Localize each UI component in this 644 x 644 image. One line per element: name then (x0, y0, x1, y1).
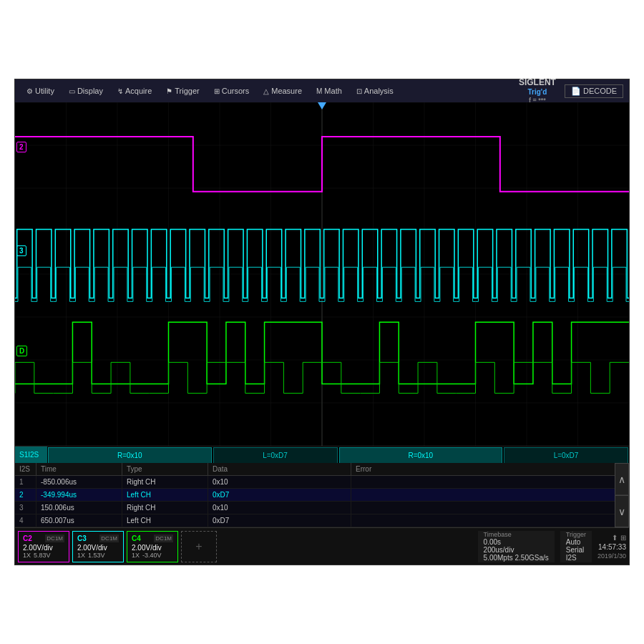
table-row[interactable]: 1 -850.006us Right CH 0x10 (15, 476, 629, 489)
trigger-arrow (318, 102, 326, 109)
row4-type: Left CH (122, 514, 208, 527)
acquire-menu[interactable]: ↯ Acquire (112, 85, 157, 97)
table-header: I2S Time Type Data Error (15, 463, 629, 476)
row1-type: Right CH (122, 476, 208, 488)
decode-segments: R=0x10 L=0xD7 R=0x10 L=0xD7 (47, 447, 629, 463)
usb-icon: ⬆ (612, 534, 618, 542)
ch3-marker: 3 (16, 245, 26, 256)
row4-data: 0xD7 (208, 514, 351, 527)
display-icon: ▭ (69, 87, 75, 95)
ch4-value: -3.40V (142, 552, 162, 559)
clock-date: 2019/1/30 (597, 552, 626, 560)
utility-menu[interactable]: ⚙ Utility (21, 85, 60, 97)
brand-logo: SIGLENT Trig'd f = *** (519, 77, 556, 104)
cursors-icon: ⊞ (214, 87, 220, 95)
row3-index: 3 (15, 502, 36, 514)
col-error: Error (351, 463, 629, 475)
ch4-status[interactable]: C4 DC1M 2.00V/div 1X -3.40V (127, 531, 178, 562)
menu-bar: ⚙ Utility ▭ Display ↯ Acquire ⚑ Trigger … (15, 79, 629, 102)
timebase-label: Timebase (484, 531, 549, 538)
trigger-protocol: I2S (566, 554, 586, 562)
timebase-delay: 0.00s (484, 538, 549, 546)
table-row[interactable]: 2 -349.994us Left CH 0xD7 (15, 489, 629, 502)
row2-error (351, 489, 629, 501)
col-type: Type (122, 463, 208, 475)
waveform-area: 2 3 D (15, 102, 629, 446)
row3-time: 150.006us (36, 502, 122, 514)
row2-time: -349.994us (36, 489, 122, 501)
math-menu[interactable]: M Math (311, 85, 348, 97)
col-time: Time (36, 463, 122, 475)
trigger-icon: ⚑ (166, 87, 172, 95)
trigger-mode: Auto (566, 538, 586, 546)
measure-menu[interactable]: △ Measure (258, 85, 308, 97)
ch3-probe: 1X (77, 552, 85, 559)
row1-time: -850.006us (36, 476, 122, 488)
trigger-menu[interactable]: ⚑ Trigger (160, 85, 205, 97)
ch4-label: C4 (132, 535, 141, 542)
ch3-volts: 2.00V/div (77, 544, 119, 552)
ch2-probe: 1X (23, 552, 31, 559)
ch3-coupling: DC1M (99, 535, 119, 542)
ch2-volts: 2.00V/div (23, 544, 64, 552)
row1-error (351, 476, 629, 488)
row3-type: Right CH (122, 502, 208, 514)
cursors-menu[interactable]: ⊞ Cursors (208, 85, 255, 97)
scroll-up-button[interactable]: ∧ (615, 463, 629, 495)
col-index: I2S (15, 463, 36, 475)
table-row[interactable]: 4 650.007us Left CH 0xD7 (15, 514, 629, 527)
ch2-label: C2 (23, 535, 32, 542)
timebase-samples: 5.00Mpts 2.50GSa/s (484, 554, 549, 562)
row1-index: 1 (15, 476, 36, 488)
timebase-scale: 200us/div (484, 546, 549, 554)
row3-data: 0x10 (208, 502, 351, 514)
row3-error (351, 502, 629, 514)
decode-seg-1: R=0x10 (48, 447, 212, 463)
trigger-type: Serial (566, 546, 586, 554)
timebase-info: Timebase 0.00s 200us/div 5.00Mpts 2.50GS… (478, 531, 555, 562)
measure-icon: △ (263, 87, 269, 95)
ch4-probe: 1X (132, 552, 140, 559)
ch4-marker: D (16, 346, 27, 356)
trigger-info: Trigger Auto Serial I2S (560, 531, 592, 562)
ch3-value: 1.53V (88, 552, 105, 559)
ch3-label: C3 (77, 535, 87, 542)
row2-type: Left CH (122, 489, 208, 501)
decode-button[interactable]: 📄 DECODE (565, 84, 623, 98)
analysis-menu[interactable]: ⊡ Analysis (351, 85, 399, 97)
row1-data: 0x10 (208, 476, 351, 488)
right-status: ⬆ ⊞ 14:57:33 2019/1/30 (597, 534, 626, 560)
analysis-icon: ⊡ (356, 87, 362, 95)
decode-seg-2: L=0xD7 (213, 447, 338, 463)
trigger-label: Trigger (566, 531, 586, 538)
decode-bar: S1I2S R=0x10 L=0xD7 R=0x10 L=0xD7 (15, 446, 629, 463)
row4-index: 4 (15, 514, 36, 527)
row4-error (351, 514, 629, 527)
table-row[interactable]: 3 150.006us Right CH 0x10 (15, 502, 629, 514)
ch4-coupling: DC1M (154, 535, 173, 542)
acquire-icon: ↯ (117, 87, 123, 95)
ch4-volts: 2.00V/div (132, 544, 173, 552)
row2-index: 2 (15, 489, 36, 501)
network-icon: ⊞ (620, 534, 626, 542)
data-table: I2S Time Type Data Error 1 -850.006us Ri… (15, 463, 629, 527)
decode-protocol-label: S1I2S (15, 447, 47, 463)
ch3-status[interactable]: C3 DC1M 2.00V/div 1X 1.53V (72, 531, 124, 562)
document-icon: 📄 (571, 87, 581, 96)
row2-data: 0xD7 (208, 489, 351, 501)
plus-icon: + (195, 540, 202, 553)
col-data: Data (208, 463, 351, 475)
ch2-marker: 2 (16, 142, 26, 152)
math-placeholder: + (181, 531, 217, 562)
ch2-value: 5.83V (34, 552, 51, 559)
display-menu[interactable]: ▭ Display (63, 85, 109, 97)
status-bar: C2 DC1M 2.00V/div 1X 5.83V C3 DC1M 2.00V… (15, 527, 629, 565)
decode-seg-4: L=0xD7 (504, 447, 628, 463)
utility-icon: ⚙ (26, 87, 33, 95)
ch2-status[interactable]: C2 DC1M 2.00V/div 1X 5.83V (18, 531, 69, 562)
scroll-down-button[interactable]: ∨ (615, 495, 629, 527)
clock-time: 14:57:33 (598, 543, 626, 551)
decode-seg-3: R=0x10 (339, 447, 503, 463)
row4-time: 650.007us (36, 514, 122, 527)
ch2-coupling: DC1M (45, 535, 64, 542)
